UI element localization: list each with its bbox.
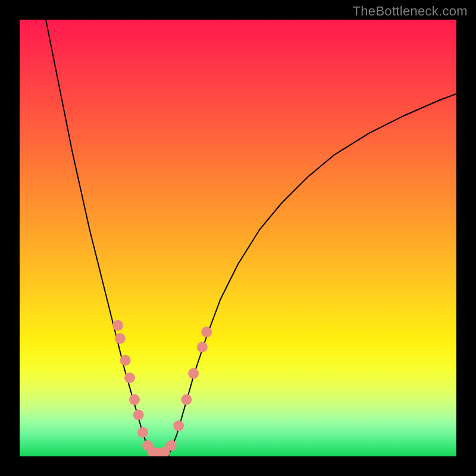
curve-group: [46, 20, 456, 456]
data-marker: [166, 440, 177, 451]
data-marker: [201, 327, 212, 337]
data-marker: [124, 372, 135, 383]
plot-area: [20, 20, 456, 456]
data-marker: [188, 368, 199, 379]
bottleneck-curve: [46, 20, 456, 456]
data-marker: [112, 320, 123, 331]
data-marker: [173, 421, 184, 431]
watermark-text: TheBottleneck.com: [353, 4, 468, 19]
data-marker: [115, 333, 126, 344]
data-marker: [133, 409, 144, 420]
data-marker: [120, 355, 131, 366]
data-marker: [197, 342, 208, 353]
chart-frame: TheBottleneck.com: [0, 0, 476, 476]
data-marker: [181, 394, 192, 405]
data-marker: [137, 427, 148, 438]
chart-svg: [20, 20, 456, 456]
marker-group: [112, 320, 212, 456]
data-marker: [129, 394, 140, 405]
